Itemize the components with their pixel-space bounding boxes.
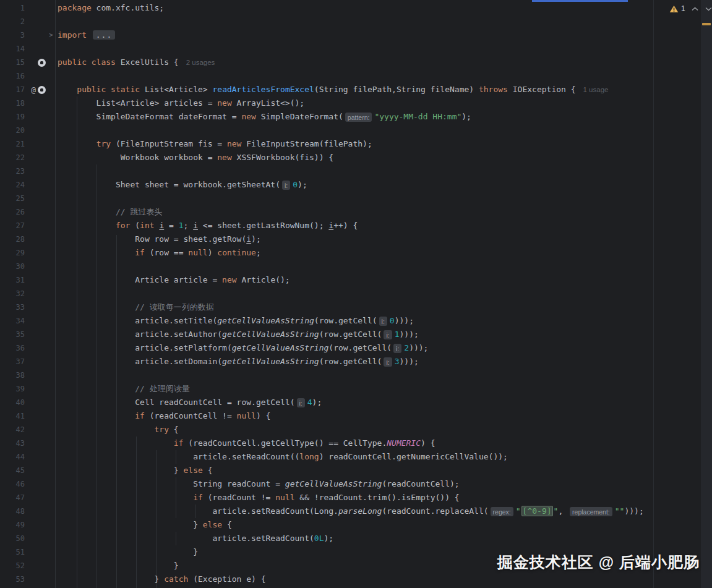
code-line-14[interactable]: 14 — [0, 42, 644, 56]
code-line-47[interactable]: 47 if (readCount != null && !readCount.t… — [0, 491, 644, 505]
annotation-at-icon[interactable]: @ — [31, 86, 36, 94]
code-text[interactable]: } — [55, 559, 179, 573]
line-number[interactable]: 46 — [0, 477, 25, 491]
code-line-28[interactable]: 28 Row row = sheet.getRow(i); — [0, 232, 644, 246]
code-line-2[interactable]: 2 — [0, 15, 644, 28]
line-number[interactable]: 53 — [0, 573, 25, 586]
code-text[interactable]: import ... — [55, 28, 115, 42]
code-line-32[interactable]: 32 — [0, 287, 644, 300]
param-hint-chip[interactable]: pattern: — [345, 113, 372, 122]
line-number[interactable]: 36 — [0, 341, 25, 355]
param-hint-chip[interactable]: replacement: — [570, 507, 612, 516]
code-text[interactable]: List<Article> articles = new ArrayList<>… — [55, 96, 304, 110]
code-text[interactable]: Row row = sheet.getRow(i); — [55, 232, 261, 246]
gutter-class-icon[interactable] — [38, 59, 46, 67]
line-number[interactable]: 37 — [0, 355, 25, 369]
code-text[interactable]: if (readCountCell != null) { — [55, 409, 270, 423]
line-number[interactable]: 17 — [0, 83, 25, 96]
line-number[interactable]: 45 — [0, 464, 25, 477]
code-text[interactable]: package com.xfc.utils; — [55, 1, 164, 15]
line-number[interactable]: 27 — [0, 219, 25, 232]
line-number[interactable]: 41 — [0, 409, 25, 423]
code-text[interactable]: // 读取每一列的数据 — [55, 300, 214, 314]
code-line-40[interactable]: 40 Cell readCountCell = row.getCell(i:4)… — [0, 396, 644, 409]
scrollbar-track[interactable] — [701, 0, 712, 588]
chevron-down-icon[interactable] — [705, 6, 712, 12]
line-number[interactable]: 2 — [0, 15, 25, 28]
code-line-33[interactable]: 33 // 读取每一列的数据 — [0, 300, 644, 314]
code-editor[interactable]: 1package com.xfc.utils;23>import ...1415… — [0, 1, 644, 586]
fold-arrow-icon[interactable]: > — [47, 28, 55, 42]
code-line-27[interactable]: 27 for (int i = 1; i <= sheet.getLastRow… — [0, 219, 644, 232]
line-number[interactable]: 30 — [0, 260, 25, 273]
line-number[interactable]: 44 — [0, 450, 25, 464]
code-text[interactable]: public static List<Article> readArticles… — [55, 83, 608, 96]
code-text[interactable]: Article article = new Article(); — [55, 273, 290, 287]
code-text[interactable] — [55, 69, 58, 83]
line-number[interactable]: 31 — [0, 273, 25, 287]
code-text[interactable] — [55, 287, 58, 300]
line-number[interactable]: 25 — [0, 192, 25, 205]
code-line-53[interactable]: 53 } catch (Exception e) { — [0, 573, 644, 586]
code-text[interactable]: try (FileInputStream fis = new FileInput… — [55, 137, 372, 151]
code-line-24[interactable]: 24 Sheet sheet = workbook.getSheetAt(i:0… — [0, 178, 644, 192]
code-text[interactable] — [55, 124, 58, 137]
code-text[interactable]: public class ExcelUtils {2 usages — [55, 56, 215, 69]
code-text[interactable]: Workbook workbook = new XSSFWorkbook(fis… — [55, 151, 333, 164]
line-number[interactable]: 22 — [0, 151, 25, 164]
line-number[interactable]: 50 — [0, 532, 25, 545]
code-line-36[interactable]: 36 article.setPlatform(getCellValueAsStr… — [0, 341, 644, 355]
param-hint-chip[interactable]: regex: — [491, 507, 513, 516]
line-number[interactable]: 38 — [0, 369, 25, 382]
code-line-39[interactable]: 39 // 处理阅读量 — [0, 382, 644, 396]
code-line-25[interactable]: 25 — [0, 192, 644, 205]
code-line-19[interactable]: 19 SimpleDateFormat dateFormat = new Sim… — [0, 110, 644, 124]
code-text[interactable] — [55, 164, 58, 178]
param-hint-chip[interactable]: i: — [393, 344, 401, 353]
line-number[interactable]: 20 — [0, 124, 25, 137]
param-hint-chip[interactable]: i: — [379, 317, 387, 326]
code-text[interactable]: article.setAuthor(getCellValueAsString(r… — [55, 328, 419, 341]
code-text[interactable]: if (readCountCell.getCellType() == CellT… — [55, 437, 435, 450]
code-text[interactable]: SimpleDateFormat dateFormat = new Simple… — [55, 110, 471, 124]
line-number[interactable]: 26 — [0, 205, 25, 219]
gutter-class-icon[interactable] — [38, 86, 46, 94]
code-line-26[interactable]: 26 // 跳过表头 — [0, 205, 644, 219]
code-text[interactable]: if (readCount != null && !readCount.trim… — [55, 491, 460, 505]
code-text[interactable]: try { — [55, 423, 179, 437]
code-text[interactable]: if (row == null) continue; — [55, 246, 261, 260]
line-number[interactable]: 29 — [0, 246, 25, 260]
code-line-1[interactable]: 1package com.xfc.utils; — [0, 1, 644, 15]
code-line-45[interactable]: 45 } else { — [0, 464, 644, 477]
param-hint-chip[interactable]: i: — [384, 330, 392, 339]
code-text[interactable] — [55, 260, 58, 273]
line-number[interactable]: 16 — [0, 69, 25, 83]
inspections-widget[interactable]: 1 — [669, 3, 712, 14]
code-text[interactable]: for (int i = 1; i <= sheet.getLastRowNum… — [55, 219, 358, 232]
line-number[interactable]: 24 — [0, 178, 25, 192]
code-line-20[interactable]: 20 — [0, 124, 644, 137]
code-line-29[interactable]: 29 if (row == null) continue; — [0, 246, 644, 260]
code-text[interactable] — [55, 192, 58, 205]
code-text[interactable]: Cell readCountCell = row.getCell(i:4); — [55, 396, 322, 409]
code-text[interactable]: article.setReadCount(Long.parseLong(read… — [55, 505, 644, 518]
code-line-31[interactable]: 31 Article article = new Article(); — [0, 273, 644, 287]
code-line-15[interactable]: 15public class ExcelUtils {2 usages — [0, 56, 644, 69]
line-number[interactable]: 32 — [0, 287, 25, 300]
param-hint-chip[interactable]: i: — [282, 181, 290, 190]
code-line-16[interactable]: 16 — [0, 69, 644, 83]
line-number[interactable]: 42 — [0, 423, 25, 437]
code-line-21[interactable]: 21 try (FileInputStream fis = new FileIn… — [0, 137, 644, 151]
line-number[interactable]: 43 — [0, 437, 25, 450]
code-line-3[interactable]: 3>import ... — [0, 28, 644, 42]
line-number[interactable]: 51 — [0, 545, 25, 559]
code-text[interactable]: } else { — [55, 518, 232, 532]
code-text[interactable]: Sheet sheet = workbook.getSheetAt(i:0); — [55, 178, 307, 192]
line-number[interactable]: 52 — [0, 559, 25, 573]
line-number[interactable]: 28 — [0, 232, 25, 246]
code-line-22[interactable]: 22 Workbook workbook = new XSSFWorkbook(… — [0, 151, 644, 164]
code-line-50[interactable]: 50 article.setReadCount(0L); — [0, 532, 644, 545]
code-text[interactable]: } — [55, 545, 198, 559]
param-hint-chip[interactable]: i: — [384, 357, 392, 367]
line-number[interactable]: 14 — [0, 42, 25, 56]
